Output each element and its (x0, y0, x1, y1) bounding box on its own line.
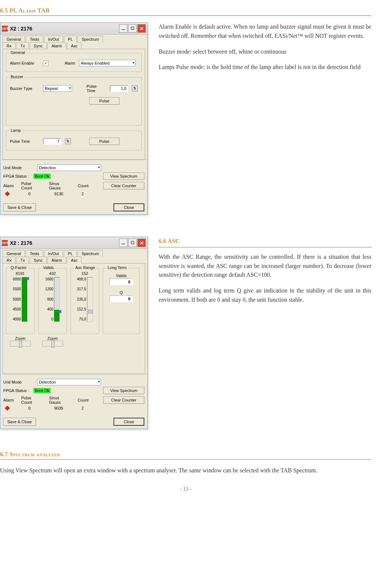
tab-tx[interactable]: Tx (16, 42, 29, 49)
sinus-gauss-header-label: Sinus Gauss (49, 396, 71, 404)
tab-rx[interactable]: Rx (3, 42, 15, 49)
tab-inout[interactable]: In/Out (44, 250, 63, 257)
tick: 5500 (13, 287, 21, 291)
dialog-asc: OS/T X2 : 2176 ✕ General Tests In/Out PL… (0, 237, 148, 429)
tick: 317,5 (77, 287, 86, 291)
lt-valids-value: 0 (109, 279, 133, 285)
clear-counter-button[interactable]: Clear Counter (103, 396, 144, 404)
desc-66-p1: With the ASC Range, the sensitivity can … (159, 253, 371, 280)
save-close-button[interactable]: Save & Close (3, 203, 36, 211)
tab-rx[interactable]: Rx (3, 257, 15, 264)
maximize-button[interactable] (128, 239, 137, 247)
section-heading-66: 6.6 ASC (159, 237, 371, 247)
sinus-gauss-header-label: Sinus Gauss (49, 181, 71, 190)
tab-spectrum[interactable]: Spectrum (77, 36, 103, 43)
unit-mode-combo[interactable]: Detection (37, 379, 101, 385)
tick: 1200 (45, 287, 53, 291)
fieldset-buzzer-legend: Buzzer (9, 75, 25, 79)
sinus-gauss-value: 9130 (50, 192, 68, 196)
qfactor-column: Q-Factor 8191 6000 5500 5000 4500 4000 (6, 268, 35, 346)
tick: 400 (45, 307, 53, 311)
spinner-icon[interactable]: ⇅ (65, 138, 71, 144)
window-title: X2 : 2176 (10, 240, 32, 246)
tab-alarm[interactable]: Alarm (47, 42, 66, 49)
desc-66-p2: Long term valids and log term Q give an … (159, 286, 371, 305)
pulse-count-header-label: Pulse Count (21, 181, 42, 190)
unit-mode-label: Unit Mode (3, 380, 33, 384)
fieldset-lamp: Lamp Pulse Time 7 ⇅ Pulse (6, 131, 142, 150)
dialog-alarm: OS/T X2 : 2176 ✕ General Tests In/Out PL… (0, 22, 148, 215)
tick: 152,5 (77, 307, 86, 311)
app-icon: OS/T (2, 26, 8, 32)
tab-sync[interactable]: Sync (30, 257, 47, 264)
lamp-pulse-button[interactable]: Pulse (89, 138, 119, 145)
lamp-pulse-time-label: Pulse Time (10, 139, 39, 144)
unit-mode-label: Unit Mode (3, 166, 33, 170)
tab-inout[interactable]: In/Out (44, 36, 63, 43)
qfactor-legend: Q-Factor (9, 265, 28, 270)
buzzer-type-combo[interactable]: Repeat (43, 85, 72, 92)
close-window-button[interactable]: ✕ (137, 24, 146, 33)
tab-asc[interactable]: Asc (67, 42, 82, 49)
tab-tests[interactable]: Tests (26, 36, 43, 43)
tab-tx[interactable]: Tx (16, 257, 29, 264)
close-button[interactable]: Close (113, 418, 144, 426)
tab-asc[interactable]: Asc (67, 257, 82, 264)
tick: 5000 (13, 297, 21, 301)
alarm-combo[interactable]: Always Enabled (79, 60, 136, 66)
tab-spectrum[interactable]: Spectrum (77, 250, 103, 257)
unit-mode-combo[interactable]: Detection (37, 164, 101, 171)
app-icon: OS/T (2, 240, 8, 246)
lamp-pulse-time-input[interactable]: 7 (43, 138, 61, 145)
close-button[interactable]: Close (113, 203, 144, 211)
zoom-slider[interactable] (42, 341, 63, 346)
description-66: 6.6 ASC With the ASC Range, the sensitiv… (159, 237, 371, 311)
pulse-count-value: 0 (20, 406, 39, 410)
buzzer-pulse-time-input[interactable]: 1,0 (110, 85, 128, 92)
maximize-button[interactable] (128, 24, 137, 33)
tab-sync[interactable]: Sync (30, 42, 47, 49)
titlebar: OS/T X2 : 2176 ✕ (0, 237, 147, 249)
buzzer-pulse-button[interactable]: Pulse (89, 97, 119, 105)
qfactor-slider[interactable] (22, 277, 28, 322)
longterm-legend: Long Term (106, 265, 128, 270)
buzzer-type-label: Buzzer Type (10, 86, 39, 91)
lt-q-label: Q (104, 290, 138, 295)
ascrange-column: Asc Range 152 400,0 317,5 235,0 152,5 70… (71, 268, 99, 346)
close-window-button[interactable]: ✕ (137, 239, 146, 247)
view-spectrum-button[interactable]: View Spectrum (103, 387, 144, 394)
alarm-header-label: Alarm (3, 398, 14, 402)
tab-pl[interactable]: PL (64, 250, 77, 257)
minimize-button[interactable] (119, 239, 127, 247)
tab-general[interactable]: General (3, 36, 25, 43)
pulse-count-value: 0 (20, 192, 39, 196)
count-value: 2 (79, 192, 86, 196)
page-number: - 13 - (0, 486, 371, 492)
window-title: X2 : 2176 (10, 26, 32, 32)
qfactor-value: 8191 (7, 271, 33, 276)
fieldset-general-legend: General (9, 50, 26, 55)
minimize-button[interactable] (119, 24, 127, 33)
spinner-icon[interactable]: ⇅ (132, 86, 138, 91)
tab-general[interactable]: General (3, 250, 25, 257)
view-spectrum-button[interactable]: View Spectrum (103, 173, 144, 180)
clear-counter-button[interactable]: Clear Counter (103, 182, 144, 189)
tab-tests[interactable]: Tests (26, 250, 43, 257)
tabs-primary: General Tests In/Out PL Spectrum (0, 35, 147, 42)
alarm-header-label: Alarm (3, 184, 14, 188)
ascrange-slider[interactable] (87, 277, 93, 322)
tab-pl[interactable]: PL (64, 36, 77, 43)
save-close-button[interactable]: Save & Close (3, 418, 36, 426)
desc-67-p1: Using View Spectrum will open an extra w… (0, 466, 371, 475)
tab-alarm[interactable]: Alarm (47, 257, 66, 264)
tick: 235,0 (77, 297, 86, 301)
valids-slider[interactable] (54, 277, 60, 322)
fieldset-lamp-legend: Lamp (9, 128, 22, 133)
alarm-indicator-icon (5, 406, 10, 411)
alarm-indicator-icon (5, 191, 10, 196)
zoom-slider[interactable] (10, 341, 31, 346)
tick: 0 (45, 317, 53, 321)
tick: 70,0 (77, 317, 86, 321)
fieldset-general: General Alarm Enable ✓ Alarm Always Enab… (6, 53, 142, 72)
alarm-enable-checkbox[interactable]: ✓ (43, 61, 48, 66)
